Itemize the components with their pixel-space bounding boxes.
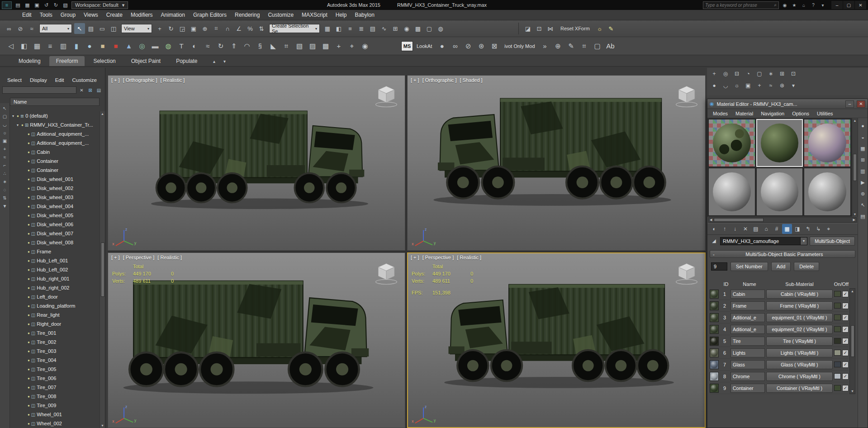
- material-editor-menu-item[interactable]: Options: [788, 111, 813, 116]
- xform-tool-icon[interactable]: +: [332, 40, 345, 52]
- onoff-checkbox[interactable]: ✓: [842, 361, 849, 368]
- select-and-scale-icon[interactable]: ◲: [177, 23, 188, 34]
- material-color-swatch[interactable]: [834, 373, 841, 379]
- show-end-result-icon[interactable]: ◨: [792, 224, 802, 234]
- ruler-tool-icon[interactable]: ⊡: [534, 23, 545, 34]
- material-thumbnail[interactable]: [710, 360, 719, 369]
- viewport-menu-pov[interactable]: [ Perspective ]: [422, 255, 454, 260]
- tree-item[interactable]: ● ◫ Container: [10, 157, 100, 166]
- visibility-bulb-icon[interactable]: ●: [28, 250, 30, 254]
- visibility-bulb-icon[interactable]: ●: [28, 422, 30, 426]
- visibility-bulb-icon[interactable]: ●: [28, 367, 30, 371]
- project-folder-icon[interactable]: ▧: [61, 1, 70, 9]
- sort-icon[interactable]: ⇅: [1, 194, 9, 201]
- new-scene-icon[interactable]: ▤: [14, 1, 22, 9]
- scene-explorer-menu-item[interactable]: Edit: [52, 76, 68, 84]
- lathe-tool-icon[interactable]: ↻: [214, 40, 227, 52]
- close-button[interactable]: ✕: [855, 1, 866, 9]
- tree-item[interactable]: ● ◫ Container: [10, 166, 100, 175]
- modify-tab-icon[interactable]: ◎: [721, 69, 730, 78]
- slots-horizontal-scrollbar[interactable]: ◀ ▶: [708, 217, 857, 223]
- submaterial-button[interactable]: Glass ( VRayMtl ): [766, 360, 833, 369]
- tree-item[interactable]: ● ◫ Disk_wheel_004: [10, 202, 100, 211]
- expand-arrow-icon[interactable]: ▾: [15, 123, 20, 127]
- rectangular-selection-icon[interactable]: ▭: [97, 23, 108, 34]
- submaterial-button[interactable]: Frame ( VRayMtl ): [766, 301, 833, 310]
- ball-joint-icon[interactable]: ●: [436, 40, 448, 52]
- lookat-label[interactable]: LookAt: [414, 43, 434, 49]
- undo-icon[interactable]: ↺: [42, 1, 51, 9]
- material-color-swatch[interactable]: [834, 326, 841, 332]
- unlink-selection-icon[interactable]: ⊘: [15, 23, 26, 34]
- menu-item[interactable]: Modifiers: [127, 10, 157, 20]
- onoff-checkbox[interactable]: ✓: [842, 314, 849, 321]
- rendered-frame-icon[interactable]: ▢: [424, 23, 435, 34]
- assign-material-icon[interactable]: ↓: [730, 224, 740, 234]
- visibility-bulb-icon[interactable]: ●: [28, 268, 30, 272]
- viewport-menu-general[interactable]: [ + ]: [411, 77, 419, 83]
- viewport-menu-pov[interactable]: [ Orthographic ]: [422, 77, 457, 83]
- display-cameras-icon[interactable]: ▣: [1, 137, 9, 144]
- lock-explorer-icon[interactable]: ⊠: [86, 86, 94, 94]
- sample-tiling-icon[interactable]: ⊞: [859, 156, 867, 164]
- delete-button[interactable]: Delete: [794, 262, 819, 271]
- viewport-top-left[interactable]: [ + ] [ Orthographic ] [ Realistic ] z x…: [108, 75, 405, 251]
- select-and-manipulate-icon[interactable]: ⊕: [199, 23, 210, 34]
- viewcube[interactable]: [374, 260, 398, 286]
- ribbon-tab[interactable]: Selection: [86, 56, 122, 66]
- menu-item[interactable]: Customize: [264, 10, 298, 20]
- layout-tabs-icon[interactable]: ⊞: [777, 69, 787, 78]
- create-tab-icon[interactable]: +: [709, 69, 719, 78]
- material-editor-menu-item[interactable]: Utilities: [813, 111, 836, 116]
- material-name-field[interactable]: Glass: [730, 360, 765, 369]
- tree-item[interactable]: ● ◫ Disk_wheel_008: [10, 238, 100, 247]
- visibility-bulb-icon[interactable]: ●: [28, 132, 30, 136]
- menu-item[interactable]: Animation: [157, 10, 189, 20]
- display-lights-icon[interactable]: ☼: [1, 129, 9, 136]
- viewport-menu-pov[interactable]: [ Perspective ]: [123, 255, 155, 260]
- tree-item[interactable]: ● ◫ Aditional_equipment_...: [10, 138, 100, 147]
- material-name-field[interactable]: Cabin: [730, 290, 765, 299]
- tree-item[interactable]: ● ◫ Frame: [10, 247, 100, 256]
- rollout-header[interactable]: - Multi/Sub-Object Basic Parameters: [710, 250, 855, 258]
- material-color-swatch[interactable]: [834, 385, 841, 391]
- scene-explorer-menu-item[interactable]: Select: [4, 76, 25, 84]
- tree-item[interactable]: ● ◫ Disk_wheel_002: [10, 184, 100, 193]
- light-bulb-icon[interactable]: ☼: [594, 23, 605, 34]
- coordinate-system-dropdown[interactable]: View ▾: [121, 24, 152, 33]
- tree-item[interactable]: ● ◫ Tire_005: [10, 365, 100, 374]
- material-id-icon[interactable]: #: [772, 224, 782, 234]
- material-name-dropdown[interactable]: RMMV_HX3_camouflage ▾: [720, 237, 807, 245]
- material-name-field[interactable]: Aditional_e: [730, 313, 765, 322]
- window-crossing-icon[interactable]: ◫: [108, 23, 119, 34]
- spacewarps-category-icon[interactable]: ≈: [766, 81, 776, 90]
- render-production-icon[interactable]: ◍: [435, 23, 446, 34]
- material-thumbnail[interactable]: [710, 384, 719, 393]
- scene-explorer-menu-item[interactable]: Customize: [69, 76, 100, 84]
- sample-slot-5[interactable]: [756, 168, 803, 216]
- motion-tab-icon[interactable]: ◔: [743, 69, 753, 78]
- tree-item[interactable]: ● ◫ Rear_light: [10, 310, 100, 319]
- pin-panel-icon[interactable]: ⊡: [788, 69, 798, 78]
- cone-primitive-icon[interactable]: ▲: [123, 40, 135, 52]
- scroll-down-icon[interactable]: ▼: [101, 424, 104, 427]
- background-icon[interactable]: ▦: [859, 144, 867, 152]
- tree-item[interactable]: ● ◫ Tire_008: [10, 392, 100, 401]
- name-column-header[interactable]: Name: [10, 98, 100, 106]
- onoff-checkbox[interactable]: ✓: [842, 338, 849, 344]
- tree-item[interactable]: ● ◫ Wheel_002: [10, 419, 100, 428]
- visibility-bulb-icon[interactable]: ●: [28, 322, 30, 326]
- taper-modifier-icon[interactable]: ◣: [267, 40, 280, 52]
- percent-snap-icon[interactable]: %: [245, 23, 256, 34]
- material-editor-menu-item[interactable]: Material: [732, 111, 757, 116]
- scroll-up-icon[interactable]: ▲: [851, 290, 854, 293]
- visibility-bulb-icon[interactable]: ●: [28, 177, 30, 181]
- workspace-dropdown[interactable]: Workspace: Default ▾: [71, 1, 128, 9]
- material-navigator-icon[interactable]: ▤: [859, 212, 867, 220]
- submaterial-button[interactable]: Container ( VRayMtl ): [766, 384, 833, 393]
- visibility-bulb-icon[interactable]: ●: [28, 186, 30, 190]
- material-editor-menu-item[interactable]: Modes: [709, 111, 731, 116]
- explorer-options-icon[interactable]: ▤: [95, 86, 103, 94]
- visibility-bulb-icon[interactable]: ●: [28, 349, 30, 353]
- link-chain-icon[interactable]: ∞: [449, 40, 461, 52]
